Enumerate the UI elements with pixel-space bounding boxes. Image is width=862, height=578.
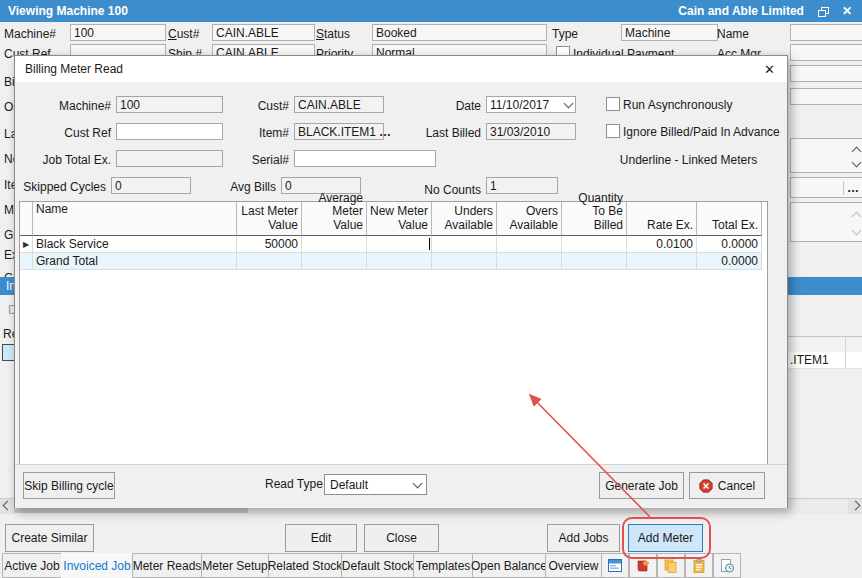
acc-mgr-field[interactable] — [790, 44, 862, 61]
copy-pages-icon — [663, 558, 679, 574]
dialog-footer: Skip Billing cycle Read Type Default Gen… — [15, 464, 787, 508]
cell-unders[interactable] — [432, 236, 497, 253]
bg-right-spinner-field[interactable] — [790, 138, 862, 173]
cell-overs[interactable] — [497, 236, 562, 253]
type-field[interactable]: Machine — [621, 24, 718, 41]
machine-number-field[interactable]: 100 — [70, 24, 166, 41]
dlg-job-total-field[interactable] — [116, 150, 223, 167]
status-field[interactable]: Booked — [372, 24, 547, 41]
dlg-date-dropdown[interactable]: 11/10/2017 — [486, 96, 576, 113]
dialog-titlebar: Billing Meter Read — [15, 56, 787, 82]
dlg-skipped-label: Skipped Cycles — [21, 180, 106, 194]
grand-total-row: Grand Total 0.0000 — [20, 253, 767, 270]
generate-job-button[interactable]: Generate Job — [599, 472, 684, 499]
tab-default-stock[interactable]: Default Stock — [341, 553, 414, 578]
cell-average[interactable] — [302, 236, 367, 253]
tab-meter-setup[interactable]: Meter Setup — [201, 553, 269, 578]
app-window: Viewing Machine 100 Cain and Able Limite… — [0, 0, 862, 578]
col-last-meter-value[interactable]: Last Meter Value — [237, 202, 302, 236]
clipboard-tab-button[interactable] — [685, 553, 713, 578]
spinner-up-icon[interactable] — [852, 212, 862, 222]
window-title: Viewing Machine 100 — [0, 4, 128, 18]
tab-overview[interactable]: Overview — [545, 553, 602, 578]
col-average-meter[interactable]: Average Meter Value — [302, 202, 367, 236]
ignore-billed-checkbox[interactable] — [606, 124, 620, 138]
dlg-last-billed-field[interactable]: 31/03/2010 — [486, 123, 576, 140]
close-button[interactable]: Close — [364, 524, 439, 552]
scroll-left-icon[interactable] — [0, 499, 14, 514]
dlg-item-field[interactable]: BLACK.ITEM1 … — [294, 123, 384, 140]
item-ellipsis-button[interactable]: … — [376, 125, 392, 139]
header-indicator-cell — [20, 202, 33, 236]
cancel-button[interactable]: Cancel — [689, 472, 765, 499]
bg-right-field-2[interactable] — [790, 88, 862, 105]
dlg-date-label: Date — [421, 99, 481, 113]
dlg-no-counts-field[interactable]: 1 — [486, 177, 558, 194]
dlg-serial-field[interactable] — [294, 150, 436, 167]
restore-icon[interactable] — [818, 7, 828, 16]
chevron-down-icon[interactable] — [564, 98, 574, 108]
cust-number-field[interactable]: CAIN.ABLE — [212, 24, 315, 41]
cust-number-label: Cust# — [168, 27, 199, 41]
bg-right-spinner-field-2[interactable] — [790, 202, 862, 242]
bg-grid-header — [788, 336, 862, 353]
dlg-skipped-field[interactable]: 0 — [111, 177, 191, 194]
col-quantity-billed[interactable]: Quantity To Be Billed — [562, 202, 627, 236]
cell-name[interactable]: Black Service — [33, 236, 237, 253]
window-close-icon[interactable]: ✕ — [842, 4, 852, 18]
dlg-avg-bills-label: Avg Bills — [211, 180, 276, 194]
dlg-date-value: 11/10/2017 — [490, 98, 549, 112]
cell-new-meter[interactable] — [367, 236, 432, 253]
cell-rate[interactable]: 0.0100 — [627, 236, 697, 253]
cell-qty[interactable] — [562, 236, 627, 253]
spinner-down-icon[interactable] — [852, 158, 862, 168]
bg-right-field-1[interactable] — [790, 65, 862, 82]
chevron-down-icon[interactable] — [413, 478, 423, 488]
spinner-up-icon[interactable] — [852, 147, 862, 157]
create-similar-button[interactable]: Create Similar — [5, 524, 94, 552]
col-overs-available[interactable]: Overs Available — [497, 202, 562, 236]
dialog-close-icon[interactable]: ✕ — [764, 62, 775, 77]
name-field[interactable] — [790, 24, 862, 41]
col-unders-available[interactable]: Unders Available — [432, 202, 497, 236]
add-jobs-button[interactable]: Add Jobs — [547, 524, 620, 552]
run-async-checkbox[interactable] — [606, 97, 620, 111]
gt-total: 0.0000 — [697, 253, 762, 270]
bg-grid-row[interactable]: .ITEM1 — [788, 352, 862, 369]
edit-button[interactable]: Edit — [285, 524, 357, 552]
dlg-cust-label: Cust# — [229, 99, 289, 113]
col-name[interactable]: Name — [33, 202, 237, 236]
spinner-down-icon[interactable] — [852, 226, 862, 236]
tab-open-balance[interactable]: Open Balance — [472, 553, 546, 578]
tab-invoiced-job[interactable]: Invoiced Job — [61, 553, 133, 578]
dlg-machine-label: Machine# — [31, 99, 111, 113]
gt-empty-cell — [432, 253, 497, 270]
report-icon — [607, 558, 623, 574]
col-total-ex[interactable]: Total Ex. — [697, 202, 762, 236]
bg-right-ellipsis-field[interactable]: … — [790, 177, 862, 198]
copy-tab-button[interactable] — [657, 553, 685, 578]
cell-last-meter[interactable]: 50000 — [237, 236, 302, 253]
machine-number-label: Machine# — [4, 27, 56, 41]
dlg-machine-field[interactable]: 100 — [116, 96, 223, 113]
col-rate-ex[interactable]: Rate Ex. — [627, 202, 697, 236]
cell-total[interactable]: 0.0000 — [697, 236, 762, 253]
table-row[interactable]: ▶ Black Service 50000 0.0100 0.0000 — [20, 236, 767, 253]
col-new-meter-value[interactable]: New Meter Value — [367, 202, 432, 236]
read-type-dropdown[interactable]: Default — [324, 474, 427, 495]
cancel-label: Cancel — [718, 479, 755, 493]
scroll-right-icon[interactable] — [848, 499, 862, 514]
history-tab-button[interactable] — [713, 553, 741, 578]
add-meter-button[interactable]: Add Meter — [628, 524, 703, 552]
tab-related-stock[interactable]: Related Stock — [268, 553, 342, 578]
tab-meter-reads[interactable]: Meter Reads — [132, 553, 202, 578]
billing-meter-read-dialog: Billing Meter Read ✕ Machine# 100 Cust# … — [14, 55, 788, 508]
ellipsis-button[interactable]: … — [843, 181, 860, 195]
book-tab-button[interactable] — [629, 553, 657, 578]
dlg-cust-field[interactable]: CAIN.ABLE — [294, 96, 384, 113]
tab-active-job[interactable]: Active Job — [2, 553, 62, 578]
report-tab-button[interactable] — [601, 553, 629, 578]
dlg-cust-ref-field[interactable] — [116, 123, 223, 140]
tab-templates[interactable]: Templates — [413, 553, 473, 578]
skip-billing-cycle-button[interactable]: Skip Billing cycle — [23, 472, 115, 499]
